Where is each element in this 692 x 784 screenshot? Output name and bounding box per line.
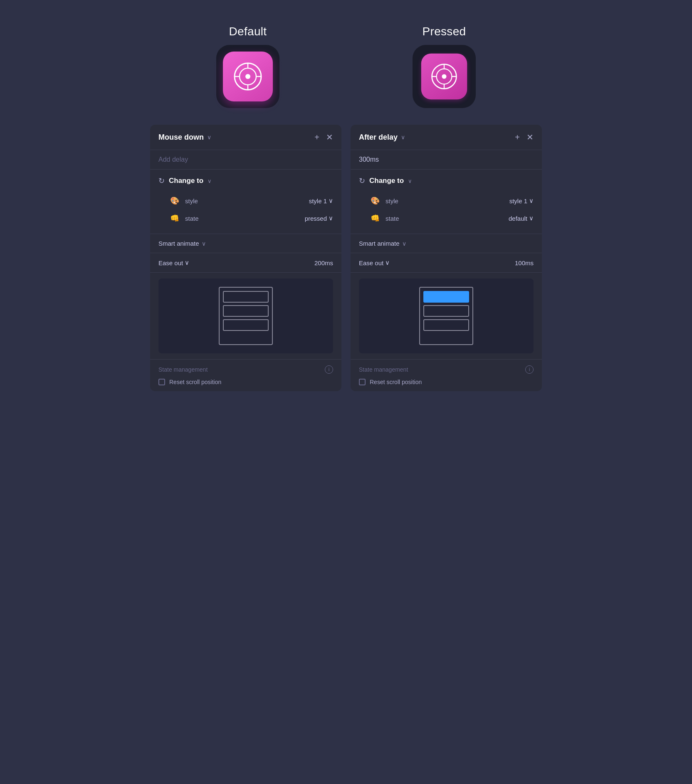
right-change-to-refresh-icon: ↻ <box>359 176 365 185</box>
left-plus-icon[interactable]: + <box>314 133 319 142</box>
right-animate-section: Smart animate ∨ <box>351 234 542 253</box>
right-change-to-chevron-icon[interactable]: ∨ <box>408 178 412 184</box>
left-trigger-label[interactable]: Mouse down <box>158 133 204 142</box>
panels-row: Mouse down ∨ + ✕ Add delay ↻ Change to ∨ <box>133 125 559 391</box>
left-delay-row: Add delay <box>150 150 341 170</box>
right-info-icon[interactable]: i <box>525 365 534 374</box>
right-state-row: 👊 state default ∨ <box>359 210 534 227</box>
right-style-name: style <box>386 197 504 205</box>
right-close-icon[interactable]: ✕ <box>526 132 534 142</box>
right-ease-duration[interactable]: 100ms <box>515 259 534 266</box>
left-info-icon[interactable]: i <box>325 365 333 374</box>
right-panel-header-left: After delay ∨ <box>359 133 405 142</box>
right-ease-label: Ease out <box>359 259 383 266</box>
left-ease-label-group[interactable]: Ease out ∨ <box>158 259 189 266</box>
right-delay-value[interactable]: 300ms <box>359 156 379 163</box>
right-preview-area <box>359 279 534 353</box>
right-style-value-group[interactable]: style 1 ∨ <box>509 197 534 205</box>
left-panel-header-left: Mouse down ∨ <box>158 133 211 142</box>
cd-icon-pressed <box>431 63 457 90</box>
pressed-icon-group: Pressed <box>413 25 476 108</box>
default-label: Default <box>229 25 267 38</box>
left-style-name: style <box>185 197 304 205</box>
left-state-management-row: State management i <box>158 365 333 374</box>
left-reset-scroll-checkbox[interactable] <box>158 379 165 385</box>
left-change-to-refresh-icon: ↻ <box>158 176 165 185</box>
right-ease-section: Ease out ∨ 100ms <box>351 253 542 273</box>
left-wireframe-bar-2 <box>223 305 269 317</box>
right-change-to-label: Change to <box>369 177 404 185</box>
pressed-icon-wrapper <box>413 45 476 108</box>
left-style-value: style 1 <box>309 197 327 205</box>
right-trigger-chevron-icon[interactable]: ∨ <box>401 134 405 141</box>
left-panel: Mouse down ∨ + ✕ Add delay ↻ Change to ∨ <box>150 125 341 391</box>
right-plus-icon[interactable]: + <box>515 133 520 142</box>
main-container: Default Pressed <box>133 17 559 391</box>
right-trigger-label[interactable]: After delay <box>359 133 398 142</box>
right-wireframe-bar-3 <box>423 319 469 331</box>
right-state-management-label: State management <box>359 366 408 373</box>
left-ease-label: Ease out <box>158 259 183 266</box>
left-state-chevron-icon: ∨ <box>329 214 333 222</box>
left-checkbox-row: Reset scroll position <box>158 379 333 385</box>
left-style-row: 🎨 style style 1 ∨ <box>158 192 333 210</box>
left-delay-placeholder[interactable]: Add delay <box>158 156 188 163</box>
right-state-management-row: State management i <box>359 365 534 374</box>
right-state-name: state <box>386 215 504 222</box>
left-wireframe-bar-3 <box>223 319 269 331</box>
left-state-row: 👊 state pressed ∨ <box>158 210 333 227</box>
right-panel-header: After delay ∨ + ✕ <box>351 125 542 150</box>
right-state-management-section: State management i Reset scroll position <box>351 359 542 391</box>
default-app-icon[interactable] <box>223 52 273 101</box>
left-ease-duration[interactable]: 200ms <box>314 259 333 266</box>
left-style-value-group[interactable]: style 1 ∨ <box>309 197 333 205</box>
right-reset-scroll-label: Reset scroll position <box>370 379 422 385</box>
left-change-to-header: ↻ Change to ∨ <box>158 176 333 185</box>
right-wireframe-bar-blue <box>423 291 469 303</box>
left-ease-section: Ease out ∨ 200ms <box>150 253 341 273</box>
right-reset-scroll-checkbox[interactable] <box>359 379 366 385</box>
pressed-app-icon[interactable] <box>421 54 467 99</box>
left-preview-area <box>158 279 333 353</box>
right-animate-label[interactable]: Smart animate <box>359 240 400 247</box>
left-trigger-chevron-icon[interactable]: ∨ <box>207 134 211 141</box>
left-panel-header-right: + ✕ <box>314 132 333 142</box>
right-ease-label-group[interactable]: Ease out ∨ <box>359 259 390 266</box>
cd-icon-default <box>233 62 262 91</box>
right-state-chevron-icon: ∨ <box>529 214 534 222</box>
left-animate-label[interactable]: Smart animate <box>158 240 199 247</box>
left-state-value-group[interactable]: pressed ∨ <box>305 214 333 222</box>
left-wireframe-bar-1 <box>223 291 269 303</box>
right-ease-chevron-icon: ∨ <box>385 259 390 266</box>
right-style-row: 🎨 style style 1 ∨ <box>359 192 534 210</box>
left-animate-chevron-icon[interactable]: ∨ <box>202 240 206 247</box>
right-state-emoji: 👊 <box>371 214 381 223</box>
left-close-icon[interactable]: ✕ <box>326 132 333 142</box>
icons-row: Default Pressed <box>133 17 559 125</box>
left-state-value: pressed <box>305 215 327 222</box>
right-style-value: style 1 <box>509 197 527 205</box>
left-change-to-label: Change to <box>169 177 203 185</box>
right-panel-header-right: + ✕ <box>515 132 534 142</box>
left-style-emoji: 🎨 <box>170 196 180 205</box>
left-state-name: state <box>185 215 300 222</box>
left-ease-chevron-icon: ∨ <box>185 259 189 266</box>
left-reset-scroll-label: Reset scroll position <box>169 379 221 385</box>
left-change-to-chevron-icon[interactable]: ∨ <box>208 178 212 184</box>
pressed-label: Pressed <box>423 25 466 38</box>
right-animate-row: Smart animate ∨ <box>359 240 534 247</box>
right-wireframe-bar-2 <box>423 305 469 317</box>
left-panel-header: Mouse down ∨ + ✕ <box>150 125 341 150</box>
left-state-management-label: State management <box>158 366 208 373</box>
default-icon-group: Default <box>216 25 279 108</box>
left-animate-section: Smart animate ∨ <box>150 234 341 253</box>
left-state-management-section: State management i Reset scroll position <box>150 359 341 391</box>
right-wireframe <box>419 287 473 345</box>
right-change-to-header: ↻ Change to ∨ <box>359 176 534 185</box>
svg-point-2 <box>245 74 250 79</box>
right-state-value-group[interactable]: default ∨ <box>509 214 534 222</box>
right-change-to-section: ↻ Change to ∨ 🎨 style style 1 ∨ 👊 state <box>351 170 542 234</box>
right-animate-chevron-icon[interactable]: ∨ <box>402 240 406 247</box>
right-checkbox-row: Reset scroll position <box>359 379 534 385</box>
svg-point-9 <box>442 74 446 79</box>
